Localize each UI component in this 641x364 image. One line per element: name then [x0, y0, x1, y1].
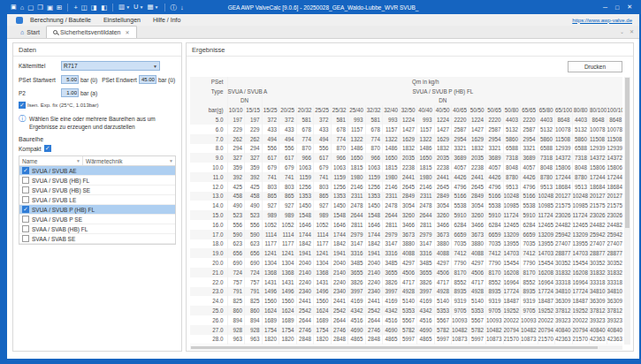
tab-sicherheitsventildaten[interactable]: Sicherheitsventildaten✕ — [46, 26, 137, 38]
qm-cell: 617 — [279, 153, 297, 163]
info-icon[interactable]: ⓘ — [171, 4, 178, 11]
chart-line-icon[interactable]: ▦▼ — [147, 3, 158, 11]
baureihe-checkbox[interactable] — [22, 177, 29, 184]
pressure-cell: 23.0 — [190, 287, 227, 297]
baureihe-row[interactable]: SVAA / SVAB SE — [19, 234, 175, 244]
print-icon[interactable]: ⊞ — [57, 4, 62, 11]
chevron-down-icon: ▼ — [153, 64, 157, 69]
qm-cell: 1560 — [314, 296, 332, 306]
qm-cell: 2238 — [434, 163, 452, 172]
qm-cell: 865 — [262, 192, 279, 201]
baureihe-row[interactable]: SVAA / SVAB (HB) FL — [19, 224, 175, 234]
qm-cell: 9513 — [572, 182, 590, 192]
tab-start[interactable]: ⌂Start — [14, 26, 46, 38]
new-document-icon[interactable]: ▢ — [27, 4, 34, 11]
qm-cell: 43894 — [555, 344, 573, 345]
save-icon[interactable]: ▣ — [47, 4, 53, 11]
menu-berechnung-bauteile[interactable]: Berechnung / Bauteile — [30, 17, 91, 23]
pset-end-input[interactable] — [139, 75, 156, 84]
horizontal-scrollbar[interactable] — [190, 345, 622, 350]
qm-cell: 7318 — [572, 153, 590, 163]
baureihe-hint: Wählen Sie eine oder mehrere Baureihen a… — [29, 116, 162, 131]
qm-cell: 6284 — [452, 220, 469, 230]
qm-cell: 1241 — [262, 248, 279, 258]
filter-icon[interactable]: ▼ — [76, 158, 80, 163]
qm-cell: 1886 — [279, 344, 297, 345]
qm-cell: 1496 — [314, 287, 332, 297]
pressure-cell: 11.0 — [190, 172, 227, 182]
baureihe-row[interactable]: SVUA / SVUB P SE — [19, 215, 175, 224]
contacts-icon[interactable]: ◨ — [91, 4, 97, 11]
baureihe-row[interactable]: SVUA / SVUB LE — [19, 195, 175, 205]
tab-close-icon[interactable]: ✕ — [126, 29, 130, 35]
qm-cell: 17244 — [555, 172, 573, 182]
kaeltemittel-select[interactable]: R717 ▼ — [61, 61, 160, 71]
pset-start-input[interactable] — [61, 75, 79, 84]
qm-header: Qm in kg/h — [227, 77, 622, 87]
add-icon[interactable]: + — [73, 4, 77, 11]
close-button[interactable]: ✕ — [627, 4, 632, 11]
qm-cell: 1624 — [314, 306, 332, 315]
baureihe-row[interactable]: ✓SVUA / SVUB AE — [19, 166, 175, 176]
qm-cell: 7412 — [521, 248, 538, 258]
scrollbar-thumb[interactable] — [625, 78, 630, 228]
baureihe-checkbox[interactable] — [22, 235, 29, 242]
baureihe-checkbox[interactable] — [22, 216, 29, 223]
website-link[interactable]: https://www.awp-valve.de — [572, 18, 632, 23]
baureihe-checkbox[interactable]: ✓ — [22, 206, 29, 213]
qm-cell: 10985 — [503, 201, 521, 210]
close-icon[interactable]: ✕ — [630, 28, 634, 34]
isen-exp-checkbox[interactable]: ✓ — [19, 102, 26, 109]
p2-input[interactable] — [61, 88, 79, 97]
download-icon[interactable]: ↓ — [180, 4, 184, 11]
baureihe-checkbox[interactable]: ✓ — [22, 167, 29, 174]
qm-cell: 4516 — [383, 315, 401, 325]
scrollbar-thumb[interactable] — [191, 346, 598, 349]
user-settings-icon[interactable]: ◧ — [101, 4, 107, 11]
home-icon[interactable]: ⌂ — [20, 4, 25, 11]
qm-cell: 4717 — [434, 277, 452, 287]
baureihe-row[interactable]: SVUA / SVUB (HB) FL — [19, 176, 175, 186]
chevron-down-icon[interactable]: ⌄ — [620, 28, 624, 34]
chart-bar-icon[interactable]: ▥▼ — [118, 3, 130, 11]
baureihe-checkbox[interactable] — [22, 186, 29, 193]
open-folder-icon[interactable]: ❒ — [37, 4, 43, 11]
filter-icon[interactable]: ▼ — [169, 158, 173, 163]
qm-cell: 5782 — [400, 325, 417, 335]
waermetechnik-column-header[interactable]: Wärmetechnik ▼ — [83, 156, 175, 165]
baureihe-grid-header: Name ▼ Wärmetechnik ▼ — [19, 156, 175, 166]
qm-cell: 2644 — [331, 315, 348, 325]
qm-cell: 3147 — [348, 239, 366, 249]
qm-cell: 2951 — [365, 344, 383, 345]
menu-einstellungen[interactable]: Einstellungen — [103, 17, 141, 23]
qm-cell: 2746 — [296, 325, 314, 335]
qm-cell: 19252 — [503, 306, 521, 315]
table-row: 11.0392392741741115974111591980115919802… — [190, 172, 622, 182]
name-column-header[interactable]: Name ▼ — [19, 156, 83, 165]
qm-cell: 2340 — [331, 287, 348, 297]
qm-cell: 10482 — [452, 325, 469, 335]
drucken-button[interactable]: Drucken — [568, 61, 622, 72]
qm-cell: 774 — [296, 134, 314, 144]
baureihe-checkbox[interactable] — [22, 196, 29, 203]
qm-cell: 3689 — [486, 153, 504, 163]
pressure-cell: 6.0 — [190, 125, 227, 134]
vertical-scrollbar[interactable] — [624, 77, 630, 345]
kompakt-checkbox[interactable]: ✓ — [44, 145, 51, 152]
baureihe-name: SVUA / SVUB (HB) SE — [32, 187, 90, 193]
qm-cell: 14703 — [538, 248, 555, 258]
menu-hilfe-info[interactable]: Hilfe / Info — [153, 17, 181, 23]
qm-cell: 774 — [331, 134, 348, 144]
baureihe-checkbox[interactable] — [22, 225, 29, 232]
window-layout-icon[interactable]: ◫ — [81, 4, 88, 11]
underline-icon[interactable]: U▼ — [134, 3, 143, 11]
baureihe-row[interactable]: SVUA / SVUB (HB) SE — [19, 186, 175, 195]
maximize-button[interactable]: □ — [615, 4, 619, 11]
qm-cell: 690 — [245, 258, 263, 268]
minimize-button[interactable]: ─ — [603, 4, 607, 11]
qm-cell: 16208 — [538, 268, 555, 277]
qm-cell: 966 — [296, 153, 314, 163]
qm-cell: 433 — [279, 125, 297, 134]
qm-cell: 17724 — [538, 287, 555, 297]
baureihe-row[interactable]: ✓SVUA / SVUB P (HB) FL — [19, 205, 175, 215]
